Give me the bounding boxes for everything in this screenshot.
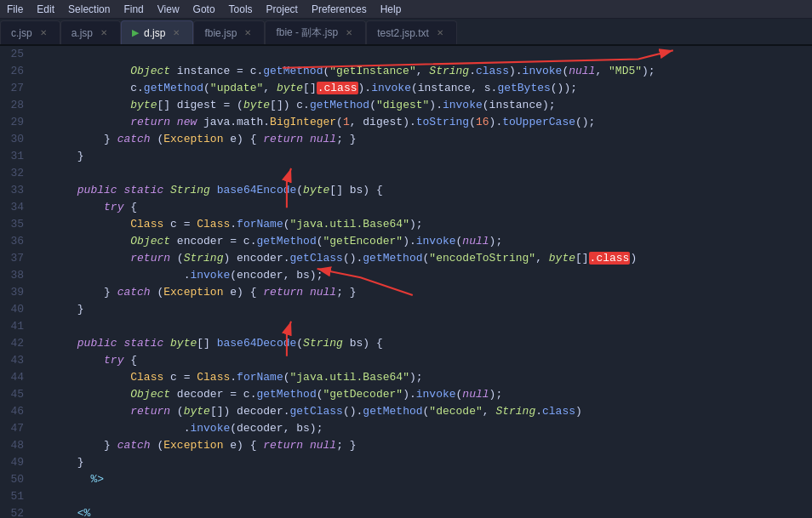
tab-label: fbie - 副本.jsp xyxy=(276,26,338,40)
menu-edit[interactable]: Edit xyxy=(37,3,54,15)
code-line-41: public static byte[] base64Decode(String… xyxy=(37,318,805,335)
tab-close-cjsp[interactable]: ✕ xyxy=(37,27,49,39)
code-line-29: } catch (Exception e) { return null; } xyxy=(37,114,805,131)
tab-label: d.jsp xyxy=(144,27,165,39)
code-line-25: Object instance = c.getMethod("getInstan… xyxy=(37,46,805,63)
code-line-36: return (String) encoder.getClass().getMe… xyxy=(37,233,805,250)
code-line-48: } xyxy=(37,437,805,454)
code-line-28: return new java.math.BigInteger(1, diges… xyxy=(37,97,805,114)
code-line-52 xyxy=(37,505,805,518)
code-area[interactable]: Object instance = c.getMethod("getInstan… xyxy=(31,46,812,518)
tab-close-djsp[interactable]: ✕ xyxy=(170,27,182,39)
menu-find[interactable]: Find xyxy=(123,3,143,15)
code-line-38: } catch (Exception e) { return null; } xyxy=(37,267,805,284)
tab-test2[interactable]: test2.jsp.txt ✕ xyxy=(366,20,457,44)
tab-label: a.jsp xyxy=(71,27,93,39)
code-line-31 xyxy=(37,148,805,165)
menu-view[interactable]: View xyxy=(157,3,180,15)
code-line-50 xyxy=(37,471,805,488)
code-line-37: .invoke(encoder, bs); xyxy=(37,250,805,267)
code-line-42: try { xyxy=(37,335,805,352)
editor: 25 26 27 28 29 30 31 32 33 34 35 36 37 3… xyxy=(0,46,812,518)
line-numbers: 25 26 27 28 29 30 31 32 33 34 35 36 37 3… xyxy=(0,46,31,518)
code-line-40 xyxy=(37,301,805,318)
code-line-26: c.getMethod("update", byte[].class).invo… xyxy=(37,63,805,80)
tab-fbie[interactable]: fbie.jsp ✕ xyxy=(193,20,265,44)
tab-close-fbie[interactable]: ✕ xyxy=(242,27,254,39)
code-line-39: } xyxy=(37,284,805,301)
menu-project[interactable]: Project xyxy=(266,3,298,15)
run-icon: ▶ xyxy=(132,27,139,38)
menu-selection[interactable]: Selection xyxy=(68,3,110,15)
code-line-43: Class c = Class.forName("java.util.Base6… xyxy=(37,352,805,369)
code-line-44: Object decoder = c.getMethod("getDecoder… xyxy=(37,369,805,386)
code-line-27: byte[] digest = (byte[]) c.getMethod("di… xyxy=(37,80,805,97)
code-line-33: try { xyxy=(37,182,805,199)
code-line-46: .invoke(decoder, bs); xyxy=(37,403,805,420)
code-line-35: Object encoder = c.getMethod("getEncoder… xyxy=(37,216,805,233)
tab-label: c.jsp xyxy=(11,27,32,39)
menu-help[interactable]: Help xyxy=(380,3,402,15)
menu-file[interactable]: File xyxy=(7,3,23,15)
code-line-30: } xyxy=(37,131,805,148)
code-line-47: } catch (Exception e) { return null; } xyxy=(37,420,805,437)
tab-label: test2.jsp.txt xyxy=(377,27,429,39)
tab-ajsp[interactable]: a.jsp ✕ xyxy=(60,20,121,44)
tab-close-fbie-copy[interactable]: ✕ xyxy=(343,27,355,39)
code-line-51: <% xyxy=(37,488,805,505)
tab-fbie-copy[interactable]: fbie - 副本.jsp ✕ xyxy=(265,20,366,44)
code-line-45: return (byte[]) decoder.getClass().getMe… xyxy=(37,386,805,403)
tab-close-ajsp[interactable]: ✕ xyxy=(98,27,110,39)
menu-preferences[interactable]: Preferences xyxy=(312,3,367,15)
menu-goto[interactable]: Goto xyxy=(193,3,215,15)
tab-cjsp[interactable]: c.jsp ✕ xyxy=(0,20,60,44)
tab-close-test2[interactable]: ✕ xyxy=(434,27,446,39)
tab-djsp[interactable]: ▶ d.jsp ✕ xyxy=(121,20,193,44)
menu-bar: File Edit Selection Find View Goto Tools… xyxy=(0,0,812,19)
code-line-49: %> xyxy=(37,454,805,471)
code-line-32: public static String base64Encode(byte[]… xyxy=(37,165,805,182)
tab-label: fbie.jsp xyxy=(204,27,237,39)
menu-tools[interactable]: Tools xyxy=(229,3,253,15)
tab-bar: c.jsp ✕ a.jsp ✕ ▶ d.jsp ✕ fbie.jsp ✕ fbi… xyxy=(0,19,812,46)
code-line-34: Class c = Class.forName("java.util.Base6… xyxy=(37,199,805,216)
